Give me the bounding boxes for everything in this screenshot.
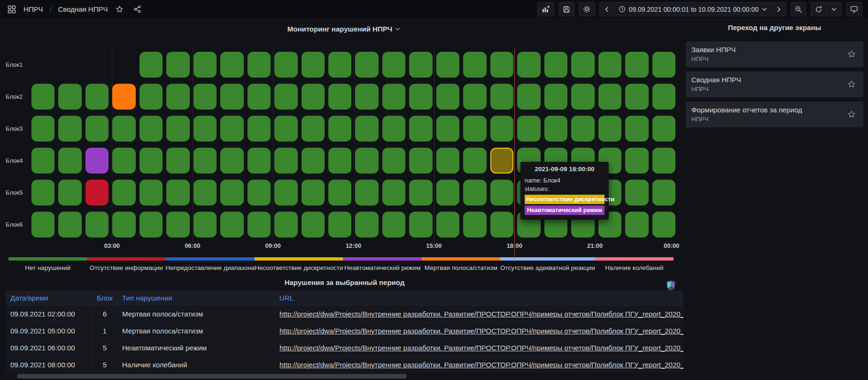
- table-header-cell[interactable]: URL: [275, 291, 683, 305]
- navbar-toolbar: 09.09.2021 00:00:01 to 10.09.2021 00:00:…: [537, 2, 862, 16]
- legend-label: Наличие колебаний: [595, 264, 674, 271]
- tooltip-status-badge: Несоответствие дискретности: [525, 195, 604, 204]
- dashboard-link-card[interactable]: Формирование отчетов за периодНПРЧ: [686, 102, 863, 127]
- refresh-group: [811, 2, 842, 16]
- tooltip-status-badge: Неавтоматический режим: [525, 206, 604, 215]
- legend-item[interactable]: Несоответствие дискретности: [255, 257, 343, 271]
- table-panel-title: Нарушения за выбранный период: [6, 278, 683, 290]
- status-history-panel: Мониторинг нарушений НПРЧ Блок1Блок2Блок…: [6, 23, 682, 277]
- dashboard-settings-button[interactable]: [579, 2, 595, 16]
- cell-violation: Наличие колебаний: [117, 356, 275, 373]
- cell-url: http://project/dwa/Projects/Внутренние р…: [275, 340, 683, 356]
- table-header-cell[interactable]: Тип нарушения: [117, 291, 275, 305]
- hour-gridline: [112, 48, 112, 242]
- dashboard-links-panel: Переход на другие экраны Заявки НПРЧНПРЧ…: [686, 23, 863, 127]
- hour-gridline: [273, 48, 273, 242]
- row-label: Блок3: [6, 116, 31, 142]
- star-icon[interactable]: [845, 48, 858, 60]
- legend-item[interactable]: Непредоставление диапазона: [166, 257, 255, 271]
- x-axis-tick: 09:00: [265, 242, 281, 249]
- dashboard-link-card[interactable]: Сводная НПРЧНПРЧ: [686, 71, 863, 97]
- legend-swatch: [595, 257, 674, 261]
- cell-url: http://project/dwa/Projects/Внутренние р…: [275, 356, 683, 373]
- share-icon[interactable]: [131, 3, 143, 16]
- time-range-forward-button[interactable]: [771, 2, 786, 16]
- legend-label: Нет нарушений: [8, 264, 87, 271]
- report-url-link[interactable]: http://project/dwa/Projects/Внутренние р…: [279, 344, 683, 352]
- row-label: Блок4: [6, 148, 31, 174]
- table-header-cell[interactable]: Блок: [93, 291, 117, 305]
- legend-swatch: [8, 257, 87, 261]
- legend-swatch: [343, 257, 421, 261]
- legend-item[interactable]: Наличие колебаний: [595, 257, 674, 271]
- time-picker-group: 09.09.2021 00:00:01 to 10.09.2021 00:00:…: [599, 2, 786, 16]
- cell-block: 5: [93, 356, 117, 373]
- table-body: 09.09.2021 02:00:006Мертвая полоса/стати…: [6, 305, 683, 373]
- refresh-button[interactable]: [811, 2, 827, 16]
- breadcrumb-root[interactable]: НПРЧ: [23, 5, 43, 13]
- legend-item[interactable]: Отсутствие информации: [87, 257, 165, 271]
- legend-item[interactable]: Мертвая полоса/статизм: [422, 257, 500, 271]
- zoom-out-button[interactable]: [790, 2, 806, 16]
- report-url-link[interactable]: http://project/dwa/Projects/Внутренние р…: [279, 327, 683, 335]
- link-card-subtitle: НПРЧ: [691, 116, 802, 123]
- panel-title: Мониторинг нарушений НПРЧ: [287, 25, 393, 33]
- table-header-cell[interactable]: Дата/время: [6, 291, 93, 305]
- report-url-link[interactable]: http://project/dwa/Projects/Внутренние р…: [279, 310, 683, 318]
- table-row: 09.09.2021 08:00:005Наличие колебанийhtt…: [6, 356, 683, 373]
- cell-url: http://project/dwa/Projects/Внутренние р…: [275, 306, 683, 322]
- legend-label: Отсутствие информации: [87, 264, 165, 271]
- navbar-left: НПРЧ / Сводная НПРЧ: [6, 3, 143, 16]
- link-card-subtitle: НПРЧ: [691, 86, 741, 93]
- cell-block: 5: [93, 340, 117, 356]
- cell-datetime: 09.09.2021 05:00:00: [6, 323, 93, 339]
- panel-header[interactable]: Мониторинг нарушений НПРЧ: [6, 23, 682, 35]
- legend-item[interactable]: Нет нарушений: [8, 257, 87, 271]
- legend-label: Мертвая полоса/статизм: [422, 264, 500, 271]
- violations-table-panel: Нарушения за выбранный период Дата/время…: [6, 278, 683, 380]
- dashboard-link-card[interactable]: Заявки НПРЧНПРЧ: [686, 41, 863, 67]
- table-header-row: Дата/времяБлокТип нарушенияURL: [6, 291, 683, 305]
- hour-gridline: [354, 48, 354, 242]
- tooltip-statuses-label: statuses:: [525, 185, 604, 193]
- legend-label: Отсутствие адекватной реакции: [500, 264, 595, 271]
- violations-table: Дата/времяБлокТип нарушенияURL 09.09.202…: [6, 291, 683, 373]
- x-axis-tick: 21:00: [587, 242, 603, 249]
- legend-swatch: [87, 257, 165, 261]
- table-row: 09.09.2021 02:00:006Мертвая полоса/стати…: [6, 305, 683, 322]
- time-range-picker[interactable]: 09.09.2021 00:00:01 to 10.09.2021 00:00:…: [614, 2, 771, 16]
- apps-grid-icon[interactable]: [6, 3, 18, 16]
- row-label: Блок6: [6, 212, 31, 238]
- legend-item[interactable]: Неавтоматический режим: [343, 257, 421, 271]
- chevron-down-icon: [762, 7, 767, 12]
- legend: Нет нарушенийОтсутствие информацииНепред…: [8, 257, 674, 271]
- save-dashboard-button[interactable]: [558, 2, 574, 16]
- refresh-interval-dropdown[interactable]: [826, 2, 842, 16]
- add-panel-button[interactable]: [537, 2, 554, 16]
- legend-item[interactable]: Отсутствие адекватной реакции: [500, 257, 595, 271]
- kiosk-mode-button[interactable]: [846, 2, 862, 16]
- link-card-text: Сводная НПРЧНПРЧ: [691, 76, 741, 93]
- cell-datetime: 09.09.2021 06:00:00: [6, 340, 93, 356]
- link-card-subtitle: НПРЧ: [691, 55, 736, 63]
- horizontal-scrollbar[interactable]: [17, 374, 407, 379]
- link-card-title: Формирование отчетов за период: [691, 106, 802, 114]
- tooltip-name-label: name:: [525, 177, 542, 184]
- row-label: Блок2: [6, 84, 31, 110]
- link-card-text: Заявки НПРЧНПРЧ: [691, 46, 736, 63]
- cell-violation: Мертвая полоса/статизм: [117, 323, 275, 339]
- breadcrumb-current[interactable]: Сводная НПРЧ: [58, 5, 108, 13]
- navbar: НПРЧ / Сводная НПРЧ: [0, 0, 868, 19]
- report-url-link[interactable]: http://project/dwa/Projects/Внутренние р…: [279, 361, 683, 369]
- x-axis-tick: 03:00: [104, 242, 120, 249]
- link-card-title: Сводная НПРЧ: [691, 76, 741, 84]
- time-range-back-button[interactable]: [599, 2, 615, 16]
- chart-tooltip: 2021-09-09 18:00:00 name: Блок4 statuses…: [520, 162, 609, 220]
- link-card-text: Формирование отчетов за периодНПРЧ: [691, 106, 802, 123]
- star-icon[interactable]: [845, 108, 858, 120]
- time-range-label: 09.09.2021 00:00:01 to 10.09.2021 00:00:…: [629, 6, 759, 13]
- favorite-star-icon[interactable]: [113, 3, 125, 16]
- legend-swatch: [255, 257, 343, 261]
- star-icon[interactable]: [845, 78, 858, 90]
- clock-icon: [619, 6, 626, 13]
